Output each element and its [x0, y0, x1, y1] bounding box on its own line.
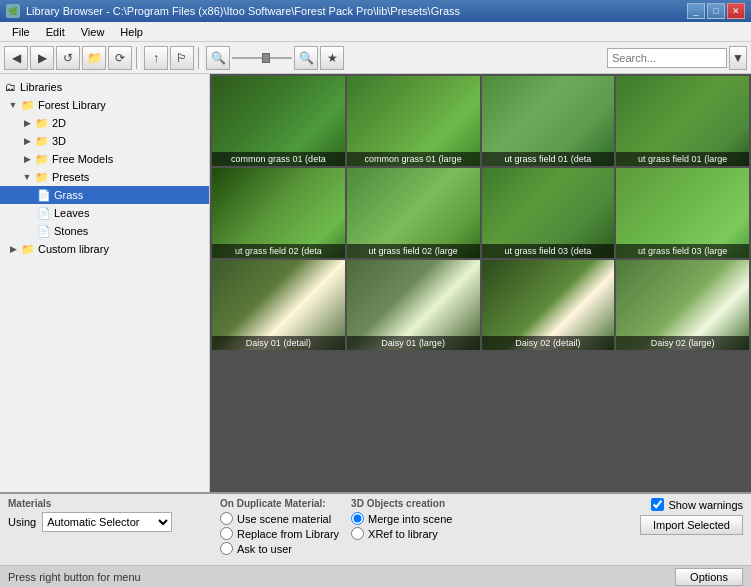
sidebar-item-presets[interactable]: ▼ 📁 Presets: [0, 168, 209, 186]
grid-item-g5[interactable]: ut grass field 02 (deta: [212, 168, 345, 258]
up-button[interactable]: ↑: [144, 46, 168, 70]
sidebar-item-stones[interactable]: 📄 Stones: [0, 222, 209, 240]
label-g3: ut grass field 01 (deta: [482, 152, 615, 166]
leaves-label: Leaves: [54, 207, 89, 219]
search-input[interactable]: [607, 48, 727, 68]
radio-use-scene-input[interactable]: [220, 512, 233, 525]
stones-label: Stones: [54, 225, 88, 237]
radio-xref-input[interactable]: [351, 527, 364, 540]
grid-item-g7[interactable]: ut grass field 03 (deta: [482, 168, 615, 258]
radio-merge: Merge into scene: [351, 512, 452, 525]
menu-bar: File Edit View Help: [0, 22, 751, 42]
content-area[interactable]: common grass 01 (deta common grass 01 (l…: [210, 74, 751, 492]
materials-label: Materials: [8, 498, 208, 509]
sidebar-item-free-models[interactable]: ▶ 📁 Free Models: [0, 150, 209, 168]
radio-ask-user: Ask to user: [220, 542, 339, 555]
leaves-icon: 📄: [36, 206, 52, 220]
grid-item-g10[interactable]: Daisy 01 (large): [347, 260, 480, 350]
show-warnings-label: Show warnings: [668, 499, 743, 511]
grid-item-g9[interactable]: Daisy 01 (detail): [212, 260, 345, 350]
grid-item-g1[interactable]: common grass 01 (deta: [212, 76, 345, 166]
import-selected-button[interactable]: Import Selected: [640, 515, 743, 535]
radio-use-scene-label: Use scene material: [237, 513, 331, 525]
sidebar-item-custom-library[interactable]: ▶ 📁 Custom library: [0, 240, 209, 258]
2d-label: 2D: [52, 117, 66, 129]
grass-icon: 📄: [36, 188, 52, 202]
radio-replace-library: Replace from Library: [220, 527, 339, 540]
grid-item-g6[interactable]: ut grass field 02 (large: [347, 168, 480, 258]
expander-free[interactable]: ▶: [20, 152, 34, 166]
label-g10: Daisy 01 (large): [347, 336, 480, 350]
libraries-icon: 🗂: [2, 80, 18, 94]
label-g12: Daisy 02 (large): [616, 336, 749, 350]
filter-button[interactable]: ▼: [729, 46, 747, 70]
separator-2: [198, 47, 202, 69]
grid-item-g3[interactable]: ut grass field 01 (deta: [482, 76, 615, 166]
show-warnings-checkbox[interactable]: [651, 498, 664, 511]
grid-item-g12[interactable]: Daisy 02 (large): [616, 260, 749, 350]
back-button[interactable]: ◀: [4, 46, 28, 70]
materials-section: Materials Using Automatic Selector Manua…: [8, 498, 208, 561]
using-row: Using Automatic Selector Manual None: [8, 512, 208, 532]
menu-view[interactable]: View: [73, 24, 113, 40]
sidebar: 🗂 Libraries ▼ 📁 Forest Library ▶ 📁 2D ▶ …: [0, 74, 210, 492]
radio-merge-label: Merge into scene: [368, 513, 452, 525]
radio-ask-user-label: Ask to user: [237, 543, 292, 555]
expander-presets[interactable]: ▼: [20, 170, 34, 184]
window-title: Library Browser - C:\Program Files (x86)…: [26, 5, 460, 17]
zoom-button[interactable]: 🔍: [206, 46, 230, 70]
grass-label: Grass: [54, 189, 83, 201]
forward-button[interactable]: ▶: [30, 46, 54, 70]
window-controls: _ □ ✕: [687, 3, 745, 19]
menu-file[interactable]: File: [4, 24, 38, 40]
label-g4: ut grass field 01 (large: [616, 152, 749, 166]
libraries-label: Libraries: [20, 81, 62, 93]
grid-item-g4[interactable]: ut grass field 01 (large: [616, 76, 749, 166]
grid-item-g2[interactable]: common grass 01 (large: [347, 76, 480, 166]
label-g1: common grass 01 (deta: [212, 152, 345, 166]
refresh-button[interactable]: ↺: [56, 46, 80, 70]
label-g8: ut grass field 03 (large: [616, 244, 749, 258]
duplicate-label: On Duplicate Material:: [220, 498, 339, 509]
sidebar-item-leaves[interactable]: 📄 Leaves: [0, 204, 209, 222]
expander-2d[interactable]: ▶: [20, 116, 34, 130]
radio-replace-library-label: Replace from Library: [237, 528, 339, 540]
menu-help[interactable]: Help: [112, 24, 151, 40]
folder-button[interactable]: 📁: [82, 46, 106, 70]
free-models-icon: 📁: [34, 152, 50, 166]
radio-merge-input[interactable]: [351, 512, 364, 525]
using-select[interactable]: Automatic Selector Manual None: [42, 512, 172, 532]
sync-button[interactable]: ⟳: [108, 46, 132, 70]
zoom-out-button[interactable]: 🔍: [294, 46, 318, 70]
options-button[interactable]: Options: [675, 568, 743, 586]
star-button[interactable]: ★: [320, 46, 344, 70]
radio-use-scene: Use scene material: [220, 512, 339, 525]
maximize-button[interactable]: □: [707, 3, 725, 19]
grid-item-g8[interactable]: ut grass field 03 (large: [616, 168, 749, 258]
sidebar-item-libraries[interactable]: 🗂 Libraries: [0, 78, 209, 96]
expander-custom[interactable]: ▶: [6, 242, 20, 256]
radio-replace-library-input[interactable]: [220, 527, 233, 540]
zoom-slider[interactable]: [232, 57, 292, 59]
flag-button[interactable]: 🏳: [170, 46, 194, 70]
sidebar-item-forest-library[interactable]: ▼ 📁 Forest Library: [0, 96, 209, 114]
presets-icon: 📁: [34, 170, 50, 184]
radio-ask-user-input[interactable]: [220, 542, 233, 555]
forest-library-icon: 📁: [20, 98, 36, 112]
grid-container: common grass 01 (deta common grass 01 (l…: [210, 74, 751, 352]
sidebar-item-grass[interactable]: 📄 Grass: [0, 186, 209, 204]
label-g9: Daisy 01 (detail): [212, 336, 345, 350]
2d-icon: 📁: [34, 116, 50, 130]
3d-icon: 📁: [34, 134, 50, 148]
app-icon: 🌿: [6, 4, 20, 18]
close-button[interactable]: ✕: [727, 3, 745, 19]
grid-item-g11[interactable]: Daisy 02 (detail): [482, 260, 615, 350]
minimize-button[interactable]: _: [687, 3, 705, 19]
sidebar-item-3d[interactable]: ▶ 📁 3D: [0, 132, 209, 150]
expander-3d[interactable]: ▶: [20, 134, 34, 148]
expander-forest[interactable]: ▼: [6, 98, 20, 112]
menu-edit[interactable]: Edit: [38, 24, 73, 40]
sidebar-item-2d[interactable]: ▶ 📁 2D: [0, 114, 209, 132]
label-g5: ut grass field 02 (deta: [212, 244, 345, 258]
actions-section: Show warnings Import Selected: [640, 498, 743, 561]
